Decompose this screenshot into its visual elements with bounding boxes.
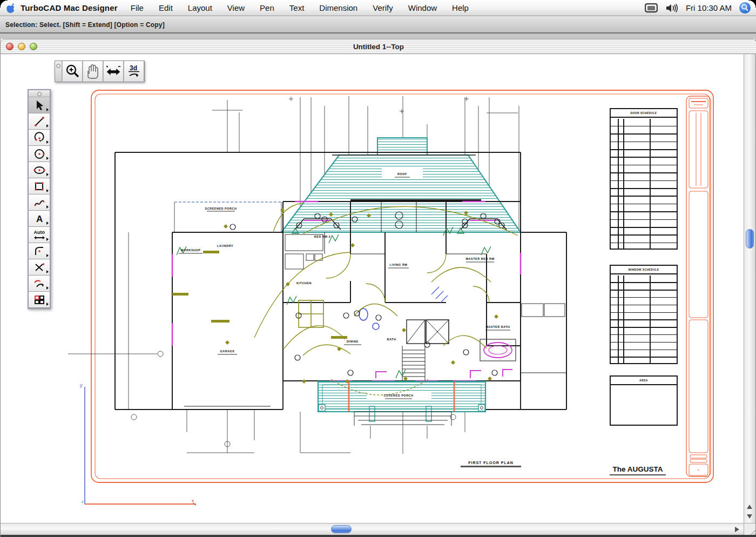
pan-hand-icon (85, 63, 101, 79)
sheet-title: The AUGUSTA (610, 465, 666, 475)
window-title: Untitled 1--Top (1, 43, 756, 51)
horizontal-scrollbar[interactable] (1, 523, 745, 535)
spline-tool-button[interactable] (29, 194, 50, 211)
arc-tool-button[interactable] (29, 130, 50, 146)
rotate-3d-icon: 3d (126, 63, 142, 79)
svg-text:A: A (36, 214, 43, 224)
menu-item-layout[interactable]: Layout (180, 0, 220, 16)
rectangle-tool-button[interactable] (29, 178, 50, 194)
blocks-tool-icon (33, 293, 46, 306)
menu-item-edit[interactable]: Edit (151, 0, 180, 16)
volume-icon[interactable] (665, 3, 678, 13)
rectangle-tool-icon (33, 180, 46, 193)
select-tool-icon (33, 99, 46, 112)
window-resize-handle[interactable] (744, 523, 755, 535)
fillet-tool-icon (33, 245, 46, 258)
circle-tool-button[interactable] (29, 146, 50, 162)
menu-item-verify[interactable]: Verify (365, 0, 401, 16)
minimize-button[interactable] (18, 43, 25, 50)
text-tool-icon: A (33, 212, 46, 225)
view-label: FIRST FLOOR PLAN (461, 461, 521, 467)
window-schedule-table: WINDOW SCHEDULE (610, 265, 678, 364)
palette-drag-handle[interactable] (29, 90, 50, 97)
menu-bar: TurboCAD Mac Designer FileEditLayoutView… (0, 0, 756, 16)
menu-items: FileEditLayoutViewPenTextDimensionVerify… (123, 0, 476, 16)
status-text: Selection: Select. [Shift = Extend] [Opt… (0, 21, 165, 29)
spline-tool-icon (33, 196, 46, 209)
document-window: Untitled 1--Top DOOR SCHEDULE WINDOW SCH… (0, 39, 756, 537)
vertical-scroll-thumb[interactable] (746, 229, 754, 249)
view-nav-palette: 3d (55, 61, 145, 82)
trim-tool-button[interactable] (29, 259, 50, 276)
zoom-in-icon (64, 63, 80, 79)
window-schedule-title: WINDOW SCHEDULE (611, 266, 677, 274)
scroll-up-arrow[interactable] (747, 505, 752, 509)
palette-drag-handle[interactable] (55, 61, 62, 82)
pan-arrows-button[interactable] (103, 61, 124, 82)
zoom-button[interactable] (30, 43, 37, 50)
close-button[interactable] (6, 43, 14, 50)
display-icon[interactable] (645, 3, 658, 13)
ellipse-tool-button[interactable] (29, 162, 50, 178)
menu-item-text[interactable]: Text (282, 0, 312, 16)
horizontal-scroll-thumb[interactable] (331, 525, 352, 533)
window-title-bar[interactable]: Untitled 1--Top (1, 39, 756, 54)
door-schedule-table: DOOR SCHEDULE (610, 108, 678, 250)
fillet-tool-button[interactable] (29, 243, 50, 259)
svg-text:Auto: Auto (33, 230, 45, 235)
notes-box: AREA (610, 375, 678, 426)
text-tool-button[interactable]: A (29, 211, 50, 227)
tool-palette: AAuto (28, 89, 51, 309)
scroll-down-arrow[interactable] (747, 514, 752, 519)
line-tool-button[interactable] (29, 113, 50, 130)
menu-item-window[interactable]: Window (401, 0, 444, 16)
screen-corner (0, 0, 8, 8)
select-tool-button[interactable] (29, 97, 50, 113)
menu-item-pen[interactable]: Pen (252, 0, 282, 16)
circle-tool-icon (33, 147, 46, 160)
screen-corner (748, 0, 756, 8)
line-tool-icon (33, 115, 46, 128)
blocks-tool-button[interactable] (29, 292, 50, 308)
notes-box-title: AREA (611, 377, 677, 385)
pan-hand-button[interactable] (83, 61, 103, 82)
rotate-3d-button[interactable]: 3d (124, 61, 144, 82)
scroll-right-arrow[interactable] (735, 527, 739, 532)
svg-text:3d: 3d (130, 64, 137, 72)
window-bottom-edge (1, 535, 756, 537)
tool-status-bar: Selection: Select. [Shift = Extend] [Opt… (0, 16, 756, 33)
offset-curve-tool-button[interactable] (29, 276, 50, 292)
auto-dimension-tool-button[interactable]: Auto (29, 227, 50, 243)
app-name[interactable]: TurboCAD Mac Designer (21, 3, 118, 12)
menu-item-dimension[interactable]: Dimension (312, 0, 365, 16)
arc-tool-icon (33, 131, 46, 144)
menu-item-view[interactable]: View (220, 0, 252, 16)
door-schedule-title: DOOR SCHEDULE (611, 109, 677, 118)
menu-clock[interactable]: Fri 10:30 AM (686, 3, 732, 12)
zoom-in-button[interactable] (62, 61, 83, 82)
ellipse-tool-icon (33, 164, 46, 177)
offset-curve-tool-icon (33, 277, 46, 290)
vertical-scrollbar[interactable] (744, 54, 755, 523)
pan-arrows-icon (105, 63, 122, 79)
trim-tool-icon (33, 261, 46, 274)
auto-dimension-tool-icon: Auto (33, 229, 46, 241)
menu-item-help[interactable]: Help (444, 0, 476, 16)
menu-item-file[interactable]: File (123, 0, 151, 16)
